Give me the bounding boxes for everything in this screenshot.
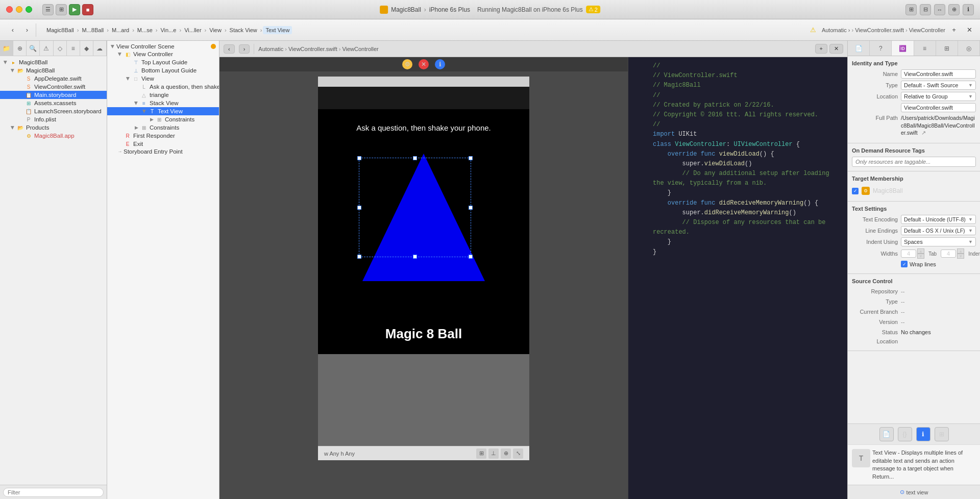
- nav-search-icon[interactable]: 🔍: [27, 41, 40, 56]
- encoding-value[interactable]: Default - Unicode (UTF-8) ▼: [901, 215, 976, 224]
- scene-item-top-layout[interactable]: ▶ ⊤ Top Layout Guide: [107, 58, 219, 66]
- back-forward-btn[interactable]: ↔: [934, 4, 945, 15]
- nav-file-icon[interactable]: 📁: [0, 41, 13, 56]
- storyboard-canvas[interactable]: ⚙ ✕ ℹ Ask a question, then shake your ph…: [219, 57, 628, 499]
- tab-stepper-up[interactable]: ▲: [917, 248, 924, 254]
- tree-item-main-storyboard[interactable]: ▶ 📋 Main.storyboard: [0, 91, 107, 99]
- handle-tr[interactable]: [469, 156, 473, 160]
- scene-item-exit[interactable]: ▶ E Exit: [107, 140, 219, 148]
- breadcrumb-m8ball[interactable]: M...8Ball: [80, 26, 106, 34]
- tree-item-products[interactable]: ▶ 📂 Products: [0, 123, 107, 132]
- phone-canvas-scroll[interactable]: Ask a question, then shake your phone.: [219, 71, 628, 499]
- warning-badge[interactable]: ⚠ 2: [586, 6, 600, 13]
- pin-btn[interactable]: ⊥: [488, 448, 499, 459]
- scene-item-ask[interactable]: ▶ L Ask a question, then shake...: [107, 83, 219, 91]
- close-button[interactable]: [6, 6, 13, 13]
- nav-symbol-icon[interactable]: ⊕: [13, 41, 27, 56]
- inspector-tab-connections[interactable]: ◎: [958, 41, 980, 56]
- scene-item-text-view[interactable]: ▶ T Text View: [107, 107, 219, 115]
- breadcrumb-magic8ball[interactable]: Magic8Ball: [44, 26, 76, 34]
- inspector-tab-quick[interactable]: ?: [870, 41, 892, 56]
- name-value[interactable]: ViewController.swift: [901, 69, 976, 79]
- minimize-button[interactable]: [16, 6, 22, 13]
- forward-btn[interactable]: ›: [20, 23, 34, 37]
- inspector-tab-size[interactable]: ⊞: [936, 41, 958, 56]
- handle-tc[interactable]: [413, 156, 417, 160]
- inspector-code-btn[interactable]: {}: [898, 427, 912, 441]
- scene-item-constraints[interactable]: ▶ ⊞ Constraints: [107, 123, 219, 132]
- nav-breakpoint-icon[interactable]: ◆: [80, 41, 93, 56]
- scene-btn-settings[interactable]: ⚙: [402, 59, 412, 69]
- tree-item-appdelegate[interactable]: ▶ S AppDelegate.swift: [0, 74, 107, 83]
- hierarchy-btn[interactable]: ⊞: [56, 4, 67, 15]
- breadcrumb-mard[interactable]: M...ard: [110, 26, 131, 34]
- inspector-tab-file[interactable]: 📄: [848, 41, 870, 56]
- indent-num-input[interactable]: 4: [941, 250, 956, 258]
- breadcrumb-text-view[interactable]: Text View: [263, 26, 292, 34]
- layout-btn-1[interactable]: ⊞: [905, 4, 917, 15]
- scene-item-root[interactable]: ▶ View Controller Scene: [107, 43, 219, 50]
- scene-item-stack-view[interactable]: ▶ ≡ Stack View: [107, 99, 219, 107]
- stop-btn[interactable]: ■: [82, 4, 93, 15]
- add-btn[interactable]: +: [815, 44, 827, 54]
- handle-br[interactable]: [469, 255, 473, 259]
- wrap-checkbox[interactable]: [901, 261, 908, 267]
- full-path-icon[interactable]: ↗: [921, 130, 926, 136]
- grid-btn[interactable]: ⊞: [476, 448, 486, 459]
- back-canvas-btn[interactable]: ‹: [224, 44, 235, 54]
- nav-debug-icon[interactable]: ≡: [67, 41, 80, 56]
- tree-item-magic8ball-root[interactable]: ▶ ▸ Magic8Ball: [0, 58, 107, 66]
- layout-btn-2[interactable]: ⊟: [920, 4, 931, 15]
- inspector-doc-btn[interactable]: 📄: [879, 427, 894, 441]
- tree-item-viewcontroller[interactable]: ▶ S ViewController.swift: [0, 83, 107, 91]
- handle-tl[interactable]: [357, 156, 361, 160]
- tree-item-magic8ball-sub[interactable]: ▶ 📂 Magic8Ball: [0, 66, 107, 74]
- line-endings-value[interactable]: Default - OS X / Unix (LF) ▼: [901, 226, 976, 235]
- handle-bl[interactable]: [357, 255, 361, 259]
- nav-report-icon[interactable]: ☁: [93, 41, 107, 56]
- back-btn[interactable]: ‹: [6, 23, 19, 37]
- indent-stepper-down[interactable]: ▼: [957, 254, 964, 259]
- scene-btn-info[interactable]: ℹ: [435, 59, 445, 69]
- breadcrumb-view[interactable]: View: [207, 26, 224, 34]
- location-value[interactable]: Relative to Group ▼: [901, 92, 976, 101]
- scene-item-view[interactable]: ▶ □ View: [107, 74, 219, 83]
- breadcrumb-viller[interactable]: Vi...ller: [182, 26, 203, 34]
- close-editor-btn[interactable]: ✕: [963, 23, 976, 37]
- inspector-tab-identity[interactable]: 🆔: [892, 41, 914, 56]
- warning-icon[interactable]: ⚠: [806, 23, 820, 37]
- indent-stepper-up[interactable]: ▲: [957, 248, 964, 254]
- type-value[interactable]: Default - Swift Source ▼: [901, 81, 976, 90]
- scene-item-bottom-layout[interactable]: ▶ ⊥ Bottom Layout Guide: [107, 66, 219, 74]
- tab-input[interactable]: 4: [901, 250, 916, 258]
- tree-item-infoplist[interactable]: ▶ P Info.plist: [0, 115, 107, 123]
- breadcrumb-vine[interactable]: Vin...e: [158, 26, 178, 34]
- close-btn[interactable]: ✕: [829, 44, 843, 54]
- tree-item-assets[interactable]: ▶ ⊞ Assets.xcassets: [0, 99, 107, 107]
- handle-ml[interactable]: [357, 206, 361, 210]
- add-file-btn[interactable]: +: [947, 23, 961, 37]
- handle-mr[interactable]: [469, 206, 473, 210]
- breadcrumb-stack-view[interactable]: Stack View: [228, 26, 259, 34]
- inspector-btn[interactable]: ℹ: [963, 4, 974, 15]
- tree-item-magic8ball-app[interactable]: ▶ ⚙ Magic8Ball.app: [0, 132, 107, 140]
- anchor-btn[interactable]: ⊕: [501, 448, 511, 459]
- code-content[interactable]: // // ViewController.swift // Magic8Ball…: [628, 57, 847, 499]
- nav-warning-icon[interactable]: ⚠: [40, 41, 53, 56]
- scene-btn-close[interactable]: ✕: [419, 59, 429, 69]
- resize-btn[interactable]: ⤡: [513, 448, 523, 459]
- tab-stepper-down[interactable]: ▼: [917, 254, 924, 259]
- scene-item-storyboard-entry[interactable]: → Storyboard Entry Point: [107, 148, 219, 155]
- location-path-value[interactable]: ViewController.swift: [901, 103, 976, 112]
- inspector-history-btn[interactable]: ⊞: [935, 427, 949, 441]
- filter-input[interactable]: [3, 488, 104, 497]
- forward-canvas-btn[interactable]: ›: [239, 44, 250, 54]
- split-view-btn[interactable]: ⊕: [948, 4, 960, 15]
- scene-item-triangle[interactable]: ▶ △ triangle: [107, 91, 219, 99]
- maximize-button[interactable]: [26, 6, 32, 13]
- indent-value[interactable]: Spaces ▼: [901, 237, 976, 246]
- scene-item-first-responder[interactable]: ▶ R First Responder: [107, 132, 219, 140]
- handle-bc[interactable]: [413, 255, 417, 259]
- sidebar-toggle-btn[interactable]: ☰: [42, 4, 54, 15]
- breadcrumb-mse[interactable]: M...se: [135, 26, 155, 34]
